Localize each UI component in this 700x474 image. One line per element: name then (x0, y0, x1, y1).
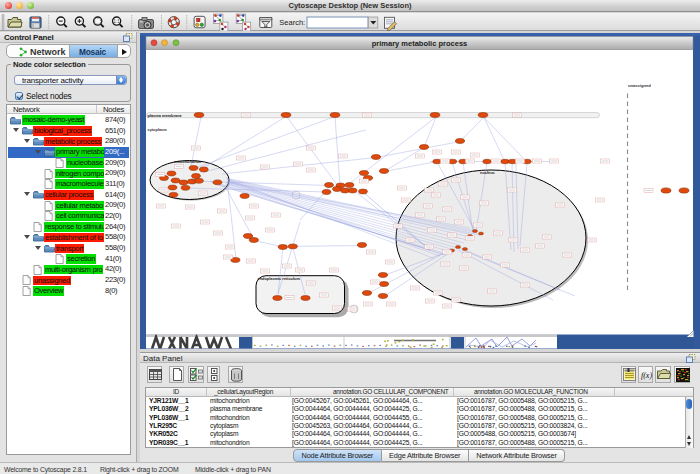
svg-text:Search:: Search: (279, 18, 305, 27)
svg-text:f(x): f(x) (641, 371, 652, 380)
svg-text:1:1: 1:1 (113, 18, 120, 23)
svg-text:plasma membrane: plasma membrane (148, 113, 183, 118)
svg-text:primary metabolic process: primary metabolic process (372, 39, 467, 48)
svg-text:unassigned: unassigned (628, 83, 651, 88)
svg-text:cytoplasm: cytoplasm (148, 127, 168, 132)
svg-text:mitochondrion: mitochondrion (174, 159, 202, 164)
svg-text:endoplasmic reticulum: endoplasmic reticulum (258, 276, 301, 281)
svg-text:nucleus: nucleus (480, 170, 495, 175)
